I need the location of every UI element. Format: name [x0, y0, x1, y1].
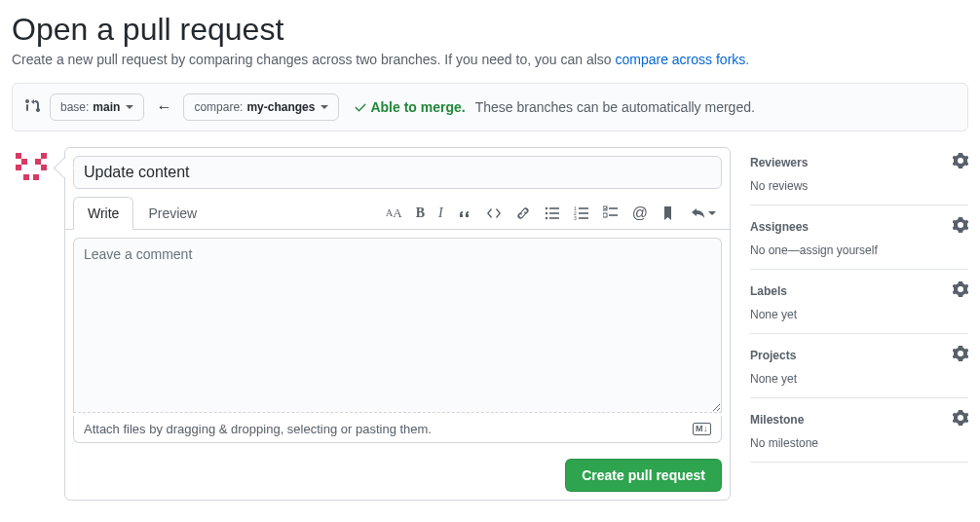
svg-rect-12: [549, 212, 559, 214]
reviewers-body: No reviews: [750, 179, 968, 193]
bold-icon[interactable]: B: [416, 205, 425, 221]
base-branch-button[interactable]: base: main: [50, 93, 144, 121]
gear-icon[interactable]: [953, 410, 968, 429]
link-icon[interactable]: [515, 205, 531, 221]
heading-icon[interactable]: AA: [386, 205, 402, 221]
page-subhead: Create a new pull request by comparing c…: [12, 52, 968, 67]
merge-sub-text: These branches can be automatically merg…: [475, 99, 755, 115]
saved-reply-icon[interactable]: [661, 205, 677, 222]
markdown-toolbar: AA B I 123: [386, 205, 722, 222]
svg-rect-6: [41, 165, 47, 170]
task-list-icon[interactable]: [603, 205, 619, 221]
create-pr-button[interactable]: Create pull request: [565, 459, 722, 492]
milestone-body: No milestone: [750, 436, 968, 450]
git-compare-icon: [24, 98, 40, 117]
caret-down-icon: [126, 105, 133, 109]
tab-write[interactable]: Write: [73, 197, 133, 230]
base-label: base:: [60, 97, 89, 117]
svg-rect-8: [33, 174, 39, 180]
svg-rect-20: [579, 217, 588, 219]
italic-icon[interactable]: I: [438, 205, 443, 221]
bullet-list-icon[interactable]: [545, 205, 560, 221]
svg-rect-4: [35, 159, 41, 165]
number-list-icon[interactable]: 123: [574, 205, 589, 221]
base-branch-name: main: [93, 97, 120, 117]
user-avatar: [12, 147, 51, 186]
milestone-title: Milestone: [750, 413, 804, 427]
svg-text:3: 3: [574, 215, 577, 221]
svg-rect-22: [609, 207, 618, 209]
svg-point-11: [546, 211, 547, 213]
caret-down-icon: [320, 105, 328, 109]
sidebar-reviewers: Reviewers No reviews: [750, 147, 968, 205]
svg-rect-5: [16, 165, 21, 170]
svg-rect-18: [579, 212, 588, 214]
gear-icon[interactable]: [953, 346, 968, 364]
quote-icon[interactable]: [457, 205, 472, 221]
gear-icon[interactable]: [953, 281, 968, 300]
svg-rect-24: [609, 214, 618, 216]
assignees-prefix: No one—: [750, 243, 800, 257]
tab-preview[interactable]: Preview: [133, 197, 211, 230]
svg-point-13: [546, 216, 547, 218]
compare-branch-button[interactable]: compare: my-changes: [183, 93, 339, 121]
arrow-left-icon: ←: [154, 98, 173, 116]
markdown-badge-icon[interactable]: M↓: [693, 423, 711, 435]
compare-label: compare:: [194, 97, 243, 117]
compare-forks-link[interactable]: compare across forks: [615, 52, 745, 67]
sidebar-milestone: Milestone No milestone: [750, 398, 968, 463]
svg-rect-2: [41, 153, 47, 159]
sidebar-projects: Projects None yet: [750, 334, 968, 398]
svg-point-9: [546, 206, 547, 208]
mention-icon[interactable]: @: [632, 205, 648, 222]
svg-rect-3: [21, 159, 27, 165]
sidebar-labels: Labels None yet: [750, 270, 968, 334]
svg-rect-10: [549, 207, 559, 209]
svg-rect-1: [16, 153, 21, 159]
merge-status: Able to merge.: [355, 99, 465, 115]
subhead-period: .: [745, 52, 749, 67]
sidebar: Reviewers No reviews Assignees No one—as…: [750, 147, 968, 463]
sidebar-assignees: Assignees No one—assign yourself: [750, 205, 968, 270]
page-title: Open a pull request: [12, 12, 968, 48]
svg-rect-14: [549, 217, 559, 219]
projects-body: None yet: [750, 372, 968, 386]
pr-body-textarea[interactable]: [73, 238, 722, 413]
gear-icon[interactable]: [953, 153, 968, 171]
assignees-body: No one—assign yourself: [750, 243, 968, 257]
assignees-title: Assignees: [750, 220, 809, 234]
subhead-text: Create a new pull request by comparing c…: [12, 52, 615, 67]
labels-title: Labels: [750, 284, 787, 298]
check-icon: [355, 101, 366, 113]
pr-title-input[interactable]: [73, 156, 722, 189]
svg-rect-23: [603, 213, 607, 217]
projects-title: Projects: [750, 349, 796, 362]
reply-icon[interactable]: [691, 205, 716, 222]
merge-status-text: Able to merge.: [370, 99, 465, 115]
assign-yourself-link[interactable]: assign yourself: [800, 243, 878, 257]
attach-hint-text: Attach files by dragging & dropping, sel…: [84, 422, 432, 436]
compare-branch-name: my-changes: [246, 97, 315, 117]
svg-rect-7: [23, 174, 29, 180]
labels-body: None yet: [750, 308, 968, 321]
comment-tabs: Write Preview: [73, 197, 211, 230]
attach-hint[interactable]: Attach files by dragging & dropping, sel…: [73, 416, 722, 443]
code-icon[interactable]: [486, 205, 502, 221]
comment-box: Write Preview AA B I: [64, 147, 731, 501]
compare-range-bar: base: main ← compare: my-changes Able to…: [12, 83, 968, 131]
reviewers-title: Reviewers: [750, 156, 808, 169]
gear-icon[interactable]: [953, 217, 968, 236]
svg-rect-16: [579, 207, 588, 209]
